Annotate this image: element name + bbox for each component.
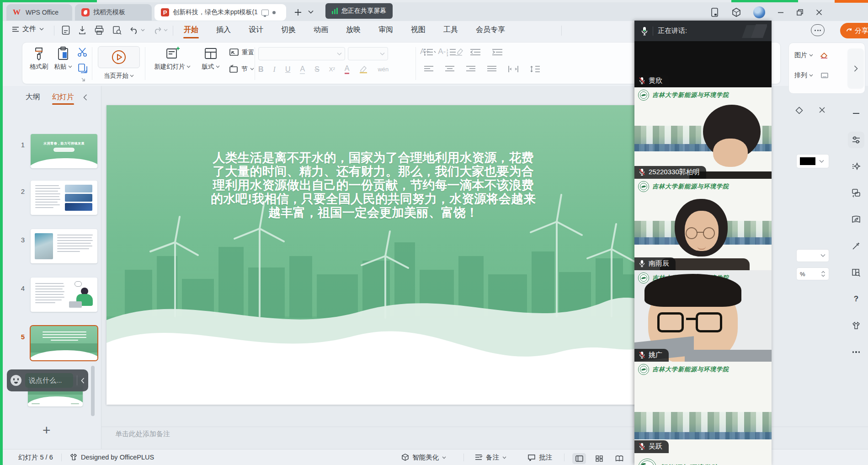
tab-insert[interactable]: 插入 — [215, 23, 232, 37]
pane-dropdown[interactable] — [796, 249, 829, 262]
char-spacing-button[interactable]: A — [300, 65, 305, 74]
superscript-button[interactable]: X² — [329, 66, 335, 73]
slide-body-text[interactable]: 人类生活是离不开水的，国家为了合理地利用水资源，花费 了大量的时间、精力、还有财… — [134, 151, 612, 219]
restore-button[interactable] — [796, 9, 804, 16]
participant-tile-6[interactable]: 新能源与环境学院 — [634, 453, 772, 465]
notes-placeholder[interactable]: 单击此处添加备注 — [115, 430, 170, 438]
chat-input[interactable]: 说点什么... — [25, 373, 73, 388]
align-center-button[interactable] — [445, 65, 455, 73]
comment-button[interactable]: 批注 — [527, 453, 552, 462]
picture-button[interactable]: 图片 — [794, 51, 829, 59]
participant-tile-4[interactable]: 吉林大学新能源与环境学院 姚广 — [634, 270, 772, 362]
format-painter-button[interactable]: 格式刷 — [29, 46, 49, 71]
add-slide-button[interactable]: + — [43, 422, 51, 438]
font-size-select[interactable] — [348, 47, 388, 60]
help-icon[interactable]: ? — [848, 291, 864, 307]
slide-thumbnail-3[interactable] — [31, 229, 97, 263]
slide-thumbnail-2[interactable] — [31, 181, 97, 215]
share-button[interactable]: 分享 — [840, 23, 868, 38]
participant-tile-3[interactable]: 吉林大学新能源与环境学院 南雨辰 — [634, 179, 772, 270]
copy-button[interactable] — [77, 63, 88, 74]
export-icon[interactable] — [78, 25, 86, 35]
numbered-list-button[interactable]: 123 — [447, 48, 459, 56]
group-expand-icon[interactable] — [81, 77, 85, 82]
cut-button[interactable] — [77, 47, 88, 57]
tab-list-chevron-icon[interactable] — [308, 10, 314, 14]
template-leaf-icon[interactable] — [848, 211, 864, 228]
phonetic-button[interactable]: wén — [378, 66, 389, 73]
bold-button[interactable]: B — [258, 65, 264, 74]
skin-shirt-icon[interactable] — [848, 317, 864, 334]
tab-slideshow[interactable]: 放映 — [345, 23, 362, 37]
save-icon[interactable] — [61, 25, 70, 35]
effects-star-icon[interactable] — [848, 158, 864, 175]
normal-view-button[interactable] — [572, 453, 586, 464]
new-tab-button[interactable] — [293, 8, 303, 17]
magic-wand-icon[interactable] — [848, 238, 864, 254]
slide-thumbnail-1[interactable]: 水润青春，助力可持续发展 — [31, 134, 97, 168]
ribbon-expand-chevron[interactable] — [847, 48, 864, 89]
minimize-button[interactable] — [777, 9, 784, 16]
search-book-icon[interactable] — [848, 264, 864, 281]
bullet-list-button[interactable] — [424, 48, 437, 56]
properties-sliders-icon[interactable] — [848, 132, 864, 148]
reading-view-button[interactable] — [612, 453, 626, 464]
percent-stepper[interactable]: % — [796, 267, 829, 280]
task-pane-close-icon[interactable] — [819, 107, 825, 114]
tab-member[interactable]: 会员专享 — [474, 23, 506, 37]
shape-diamond-icon[interactable] — [795, 107, 803, 114]
align-right-button[interactable] — [466, 65, 476, 73]
tab-animation[interactable]: 动画 — [312, 23, 330, 37]
justify-button[interactable] — [487, 65, 497, 73]
tab-tools[interactable]: 工具 — [442, 23, 459, 37]
slide-thumbnail-5[interactable] — [31, 326, 97, 360]
distribute-button[interactable] — [508, 65, 519, 73]
participant-tile-2[interactable]: 吉林大学新能源与环境学院 25220330郭柏明 — [634, 87, 772, 179]
paste-button[interactable]: 粘贴 — [53, 46, 74, 71]
section-button[interactable]: 节 — [229, 64, 254, 74]
print-preview-icon[interactable] — [112, 25, 122, 35]
line-spacing-button[interactable] — [530, 65, 541, 73]
tab-document[interactable]: P 创新科技，绿色未来ppt模板(1 — [154, 4, 286, 21]
play-from-page-button[interactable] — [98, 46, 140, 68]
layout-button[interactable]: 版式 — [198, 46, 224, 71]
device-sync-icon[interactable] — [710, 7, 719, 17]
decrease-indent-button[interactable] — [469, 48, 481, 56]
new-slide-button[interactable]: 新建幻灯片 — [153, 46, 192, 71]
sidebar-collapse-icon[interactable] — [83, 94, 87, 101]
slide-thumbnail-4[interactable] — [31, 278, 97, 312]
beautify-button[interactable]: 智能美化 — [401, 453, 446, 462]
notes-button[interactable]: 备注 — [474, 453, 506, 462]
participant-tile-5[interactable]: 吉林大学新能源与环境学院 吴跃 — [634, 362, 772, 453]
designed-by[interactable]: Designed by OfficePLUS — [69, 453, 154, 461]
sidebar-scrollbar[interactable] — [91, 366, 95, 416]
collapse-strip-icon[interactable] — [848, 105, 864, 122]
print-icon[interactable] — [94, 25, 104, 35]
shapes-swap-icon[interactable] — [848, 185, 864, 201]
tab-transition[interactable]: 切换 — [280, 23, 297, 37]
font-color-button[interactable]: A — [345, 64, 350, 74]
tab-slides[interactable]: 幻灯片 — [52, 92, 74, 105]
highlight-button[interactable] — [359, 65, 368, 74]
italic-button[interactable]: I — [273, 65, 276, 74]
start-page-label-row[interactable]: 当页开始 — [98, 72, 140, 80]
tab-outline[interactable]: 大纲 — [26, 92, 40, 105]
more-cloud-icon[interactable] — [811, 24, 825, 36]
user-avatar[interactable] — [753, 6, 765, 18]
participant-tile-1[interactable]: 黄欣 — [634, 41, 772, 87]
fill-color-select[interactable] — [796, 154, 829, 168]
tab-review[interactable]: 审阅 — [377, 23, 394, 37]
arrange-button[interactable]: 排列 — [794, 71, 829, 80]
align-left-button[interactable] — [424, 65, 434, 73]
increase-indent-button[interactable] — [491, 48, 503, 56]
reset-button[interactable]: 重置 — [229, 48, 254, 57]
underline-button[interactable]: U — [285, 65, 291, 74]
tab-design[interactable]: 设计 — [247, 23, 265, 37]
grid-view-button[interactable] — [592, 453, 606, 464]
tab-home[interactable]: 开始 — [182, 23, 200, 37]
file-menu-button[interactable]: 文件 — [12, 25, 44, 33]
tab-wps-home[interactable]: W WPS Office — [6, 4, 72, 21]
app-box-icon[interactable] — [731, 7, 741, 17]
strikethrough-button[interactable]: S — [314, 65, 320, 74]
tab-docer[interactable]: 找稻壳模板 — [75, 4, 152, 21]
